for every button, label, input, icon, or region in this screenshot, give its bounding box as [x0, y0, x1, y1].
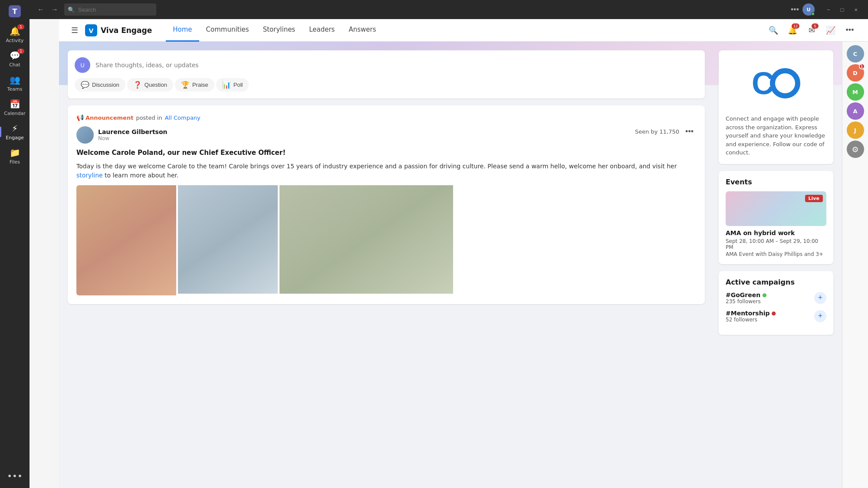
discussion-button[interactable]: 💬 Discussion	[75, 78, 125, 92]
right-panel-avatar-5[interactable]: J	[847, 121, 864, 139]
calendar-label: Calendar	[4, 111, 25, 116]
post-image-2	[178, 185, 278, 294]
posted-in-label: posted in	[136, 115, 162, 121]
engage-nav-right: 🔍 🔔 12 ✉ 5 📈 •••	[766, 23, 858, 38]
mentorship-follow-button[interactable]: +	[814, 310, 826, 322]
engage-nav: Home Communities Storylines Leaders Answ…	[166, 19, 766, 42]
post-meta: Seen by 11,750 •••	[635, 126, 696, 137]
post-images	[76, 185, 696, 295]
feed-column: U Share thoughts, ideas, or updates 💬 Di…	[68, 50, 705, 342]
back-button[interactable]: ←	[35, 4, 47, 15]
question-icon: ❓	[133, 81, 142, 89]
sidebar-item-files[interactable]: 📁 Files	[0, 144, 30, 168]
seen-by-count: Seen by 11,750	[635, 128, 679, 135]
post-body: Today is the day we welcome Carole to th…	[76, 162, 696, 180]
composer-avatar: U	[75, 57, 90, 73]
right-panel-avatar-2[interactable]: D 1	[847, 64, 864, 82]
scrollable-content: U Share thoughts, ideas, or updates 💬 Di…	[59, 42, 842, 488]
campaign-mentorship-name[interactable]: #Mentorship ●	[726, 310, 776, 317]
poll-button[interactable]: 📊 Poll	[216, 78, 249, 92]
campaign-gogreen-name[interactable]: #GoGreen ●	[726, 291, 767, 298]
user-avatar[interactable]: U	[802, 3, 815, 16]
minimize-button[interactable]: −	[822, 3, 835, 16]
sidebar-item-teams[interactable]: 👥 Teams	[0, 71, 30, 95]
praise-label: Praise	[192, 82, 208, 88]
svg-text:V: V	[89, 27, 94, 34]
campaigns-title: Active campaigns	[726, 278, 826, 286]
header-more-button[interactable]: •••	[842, 23, 858, 38]
gogreen-status-dot: ●	[762, 292, 766, 298]
nav-item-storylines[interactable]: Storylines	[256, 19, 302, 42]
post-image-3	[279, 185, 453, 294]
author-avatar	[76, 126, 94, 144]
search-button[interactable]: 🔍	[766, 23, 781, 38]
right-panel-avatar-4[interactable]: A	[847, 102, 864, 120]
nav-item-communities[interactable]: Communities	[199, 19, 256, 42]
sidebar-item-engage[interactable]: ⚡ Engage	[0, 120, 30, 144]
praise-icon: 🏆	[181, 81, 190, 89]
post-header: Laurence Gilbertson Now Seen by 11,750 •…	[76, 126, 696, 144]
sidebar-more-button[interactable]: •••	[0, 467, 30, 485]
messages-badge: 5	[812, 23, 819, 29]
window-controls: − □ ×	[822, 3, 863, 16]
campaigns-card: Active campaigns #GoGreen ● 235 follower…	[719, 271, 833, 335]
notifications-button[interactable]: 🔔 12	[785, 23, 800, 38]
composer-actions: 💬 Discussion ❓ Question 🏆 Praise	[75, 78, 698, 92]
nav-item-leaders[interactable]: Leaders	[302, 19, 342, 42]
poll-icon: 📊	[222, 81, 231, 89]
mentorship-status-dot: ●	[771, 310, 776, 316]
author-name[interactable]: Laurence Gilbertson	[98, 128, 168, 135]
nav-item-home[interactable]: Home	[166, 19, 199, 42]
right-panel-avatar-3[interactable]: M	[847, 83, 864, 101]
teams-logo[interactable]: T	[7, 3, 23, 19]
files-icon: 📁	[10, 147, 20, 158]
svg-text:T: T	[13, 7, 17, 16]
post-more-button[interactable]: •••	[683, 126, 696, 137]
community-link[interactable]: All Company	[165, 115, 201, 121]
engage-icon: ⚡	[12, 123, 18, 134]
right-panel-settings[interactable]: ⚙	[847, 141, 864, 158]
chat-label: Chat	[9, 62, 20, 68]
titlebar-more-button[interactable]: •••	[791, 5, 799, 14]
co-letters: C	[752, 66, 800, 101]
composer-placeholder[interactable]: Share thoughts, ideas, or updates	[95, 62, 698, 69]
activity-label: Activity	[6, 38, 23, 43]
engage-logo: V Viva Engage	[85, 24, 152, 36]
analytics-button[interactable]: 📈	[823, 23, 838, 38]
content-area: C D 1 M A J ⚙ U	[59, 42, 868, 488]
announcement-post-card: 📢 Announcement posted in All Company	[68, 105, 705, 304]
nav-item-answers[interactable]: Answers	[342, 19, 383, 42]
announcement-tag: 📢 Announcement	[76, 114, 133, 121]
hamburger-button[interactable]: ☰	[69, 24, 80, 37]
praise-button[interactable]: 🏆 Praise	[175, 78, 214, 92]
maximize-button[interactable]: □	[835, 3, 849, 16]
sidebar-item-chat[interactable]: 1 💬 Chat	[0, 47, 30, 71]
chat-badge: 1	[17, 49, 24, 54]
content-body: U Share thoughts, ideas, or updates 💬 Di…	[59, 42, 842, 350]
forward-button[interactable]: →	[49, 4, 61, 15]
co-logo: C	[726, 57, 826, 109]
engage-logo-text: Viva Engage	[101, 26, 152, 35]
more-dots-icon: •••	[7, 471, 22, 481]
poll-label: Poll	[233, 82, 243, 88]
sidebar-item-activity[interactable]: 1 🔔 Activity	[0, 23, 30, 47]
calendar-icon: 📅	[10, 99, 20, 109]
gogreen-follow-button[interactable]: +	[814, 292, 826, 304]
close-button[interactable]: ×	[849, 3, 863, 16]
post-title: Welcome Carole Poland, our new Chief Exe…	[76, 149, 696, 157]
sidebar-item-calendar[interactable]: 📅 Calendar	[0, 95, 30, 120]
right-panel-avatar-1[interactable]: C	[847, 45, 864, 62]
event-name[interactable]: AMA on hybrid work	[726, 229, 826, 236]
search-icon: 🔍	[68, 7, 75, 13]
question-button[interactable]: ❓ Question	[127, 78, 173, 92]
co-o-shape	[770, 68, 800, 98]
post-body-text-2: to learn more about her.	[103, 172, 179, 179]
teams-sidebar: T 1 🔔 Activity 1 💬 Chat 👥 Teams 📅 Calend…	[0, 0, 30, 488]
author-info: Laurence Gilbertson Now	[98, 128, 168, 141]
event-host: AMA Event with Daisy Phillips and 3+	[726, 251, 826, 257]
files-label: Files	[10, 159, 20, 165]
storyline-link[interactable]: storyline	[76, 172, 103, 179]
messages-button[interactable]: ✉ 5	[804, 23, 819, 38]
search-input[interactable]	[64, 3, 156, 16]
engage-header: ☰ V Viva Engage Home Communities Storyli…	[59, 19, 868, 42]
